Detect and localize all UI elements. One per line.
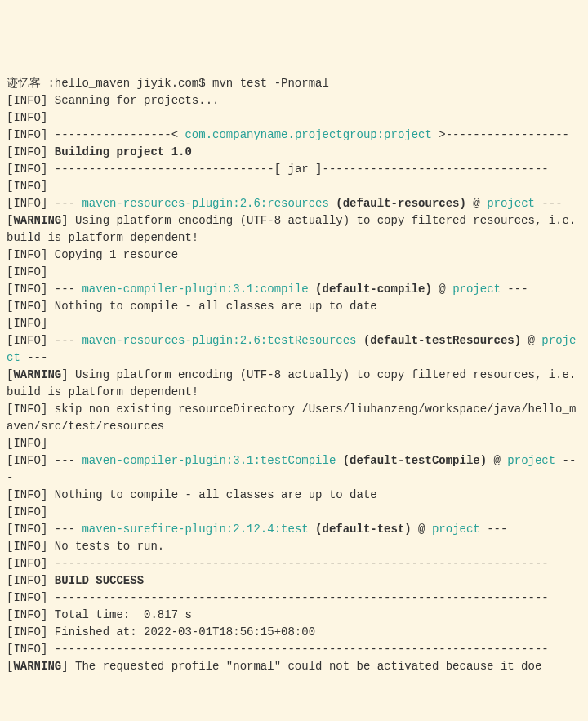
log-line: [INFO]: [7, 504, 581, 521]
log-text: @: [521, 334, 541, 347]
log-line: [INFO]: [7, 264, 581, 281]
log-text: @: [412, 523, 432, 536]
total-time: Total time: 0.817 s: [47, 608, 191, 621]
log-text: Nothing to compile - all classes are up …: [47, 488, 376, 501]
info-tag: [INFO]: [7, 197, 47, 210]
log-line: [INFO] skip non existing resourceDirecto…: [7, 401, 581, 435]
info-tag: [INFO]: [7, 608, 47, 621]
info-tag: [INFO]: [7, 540, 47, 553]
project-group: com.companyname.projectgroup:project: [185, 128, 431, 141]
log-line: [INFO] Finished at: 2022-03-01T18:56:15+…: [7, 624, 581, 641]
info-tag: [INFO]: [7, 317, 47, 330]
warning-tag: WARNING: [13, 368, 61, 381]
log-text: >------------------: [432, 128, 569, 141]
log-line: [INFO] BUILD SUCCESS: [7, 572, 581, 590]
log-text: [47, 111, 54, 124]
log-line: [INFO] Copying 1 resource: [7, 247, 581, 264]
log-line: [INFO] Total time: 0.817 s: [7, 607, 581, 624]
log-line: [INFO] Building project 1.0: [7, 144, 581, 161]
log-text: [47, 505, 54, 518]
log-text: ---: [47, 523, 82, 536]
info-tag: [INFO]: [7, 454, 47, 467]
info-tag: [INFO]: [7, 334, 47, 347]
build-success: BUILD SUCCESS: [55, 574, 144, 587]
log-line: [INFO] --------------------------------[…: [7, 161, 581, 178]
goal-name: (default-compile): [309, 283, 432, 296]
log-text: ----------------------------------------…: [47, 591, 548, 604]
log-line: [INFO]: [7, 178, 581, 195]
jar-text: jar: [287, 162, 308, 176]
info-tag: [INFO]: [7, 94, 47, 107]
info-tag: [INFO]: [7, 625, 47, 639]
prompt-prefix: 迹忆客 :hello_maven jiyik.com$: [7, 77, 212, 90]
plugin-name: maven-surefire-plugin:2.12.4:test: [82, 523, 308, 536]
plugin-name: maven-compiler-plugin:3.1:testCompile: [82, 454, 336, 467]
log-text: @: [466, 197, 487, 210]
log-text: [47, 180, 54, 193]
project-name: project: [432, 523, 480, 536]
project-name: project: [507, 454, 555, 467]
info-tag: [INFO]: [7, 145, 47, 158]
log-text: ]---------------------------------: [309, 162, 549, 176]
log-text: Using platform encoding (UTF-8 actually)…: [7, 368, 583, 398]
log-text: Scanning for projects...: [47, 94, 219, 107]
goal-name: (default-testResources): [357, 334, 522, 347]
log-text: ---: [20, 351, 48, 364]
finished-at: Finished at: 2022-03-01T18:56:15+08:00: [47, 625, 315, 639]
warning-tag: WARNING: [13, 214, 61, 227]
plugin-name: maven-resources-plugin:2.6:testResources: [82, 334, 356, 347]
log-text: [47, 437, 54, 450]
goal-name: (default-resources): [329, 197, 466, 210]
log-line: [INFO] --- maven-resources-plugin:2.6:te…: [7, 332, 581, 367]
info-tag: [INFO]: [7, 403, 47, 416]
log-line: [WARNING] Using platform encoding (UTF-8…: [7, 367, 581, 401]
prompt-command: mvn test -Pnormal: [212, 77, 329, 90]
log-line: [INFO]: [7, 315, 581, 332]
info-tag: [INFO]: [7, 643, 47, 656]
log-text: ---: [47, 334, 82, 347]
info-tag: [INFO]: [7, 300, 47, 313]
log-line: [INFO] Scanning for projects...: [7, 92, 581, 109]
project-name: project: [487, 197, 535, 210]
info-tag: [INFO]: [7, 283, 47, 296]
log-line: [INFO] ---------------------------------…: [7, 590, 581, 607]
info-tag: [INFO]: [7, 557, 47, 570]
log-text: ---: [535, 197, 563, 210]
goal-name: (default-test): [309, 523, 412, 536]
log-text: ----------------------------------------…: [47, 557, 548, 570]
log-line: [INFO] ---------------------------------…: [7, 641, 581, 658]
log-line: [INFO]: [7, 109, 581, 127]
log-text: --------------------------------[: [47, 162, 287, 176]
log-text: Using platform encoding (UTF-8 actually)…: [7, 214, 583, 244]
log-text: Nothing to compile - all classes are up …: [47, 300, 376, 313]
log-line: [INFO] Nothing to compile - all classes …: [7, 487, 581, 504]
log-text: skip non existing resourceDirectory /Use…: [7, 403, 576, 433]
log-line: [WARNING] Using platform encoding (UTF-8…: [7, 212, 581, 247]
log-text: -----------------<: [47, 128, 185, 141]
log-text: @: [432, 283, 452, 296]
log-text: ---: [480, 523, 508, 536]
info-tag: [INFO]: [7, 437, 47, 450]
log-line: [INFO] No tests to run.: [7, 538, 581, 555]
log-line: [INFO] --- maven-compiler-plugin:3.1:tes…: [7, 452, 581, 487]
log-text: ---: [47, 454, 82, 467]
info-tag: [INFO]: [7, 505, 47, 518]
log-line: [INFO] --- maven-compiler-plugin:3.1:com…: [7, 281, 581, 298]
info-tag: [INFO]: [7, 523, 47, 536]
info-tag: [INFO]: [7, 111, 47, 124]
log-line: [INFO] --- maven-surefire-plugin:2.12.4:…: [7, 521, 581, 538]
log-line: [INFO] ---------------------------------…: [7, 555, 581, 572]
log-line: [INFO]: [7, 435, 581, 452]
plugin-name: maven-resources-plugin:2.6:resources: [82, 197, 328, 210]
building-text: Building project 1.0: [55, 145, 192, 158]
log-line: [WARNING] The requested profile "normal"…: [7, 658, 581, 675]
log-text: [47, 317, 54, 330]
log-line: [INFO] Nothing to compile - all classes …: [7, 298, 581, 315]
info-tag: [INFO]: [7, 248, 47, 261]
log-text: ---: [47, 197, 82, 210]
info-tag: [INFO]: [7, 574, 47, 587]
log-line: [INFO] -----------------< com.companynam…: [7, 127, 581, 144]
log-text: @: [487, 454, 507, 467]
log-text: Copying 1 resource: [47, 248, 178, 261]
goal-name: (default-testCompile): [336, 454, 487, 467]
